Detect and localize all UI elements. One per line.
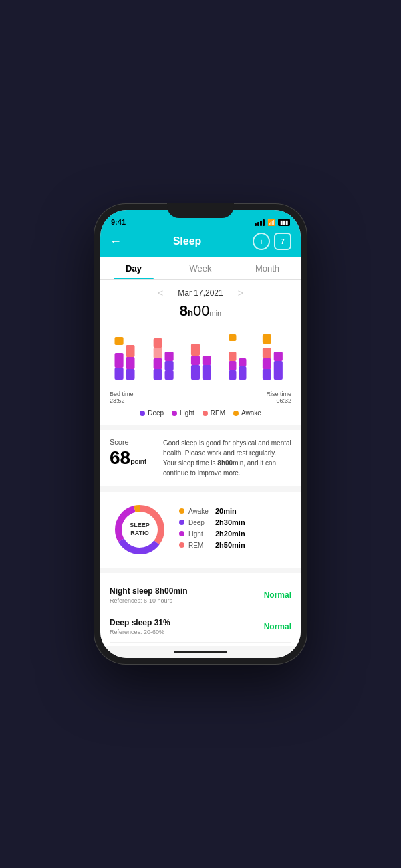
tab-bar: Day Week Month — [100, 257, 301, 280]
header-title: Sleep — [173, 235, 202, 247]
scroll-content[interactable]: Day Week Month < Mar 17,2021 > 8h00min — [100, 257, 301, 646]
legend-light: Light — [172, 409, 194, 417]
rem-label: REM — [211, 409, 225, 417]
rem-ratio-value: 2h50min — [215, 541, 245, 549]
light-ratio-dot — [179, 531, 184, 536]
deep-ratio-value: 2h30min — [215, 518, 245, 526]
rem-dot — [203, 411, 208, 416]
svg-rect-12 — [165, 370, 174, 380]
svg-rect-6 — [154, 338, 162, 348]
ratio-rem: REM 2h50min — [179, 541, 291, 549]
chart-section: < Mar 17,2021 > 8h00min — [100, 280, 301, 425]
rise-time: Rise time 06:32 — [266, 391, 291, 404]
svg-rect-7 — [154, 348, 162, 358]
donut-chart: SLEEP RATIO — [110, 500, 170, 560]
date-nav: < Mar 17,2021 > — [110, 286, 291, 300]
stat-deep-ref: References: 20-60% — [110, 629, 170, 635]
stat-night-sleep: Night sleep 8h00min References: 6-10 hou… — [110, 580, 291, 611]
tab-day[interactable]: Day — [100, 257, 167, 279]
battery-icon: ▮▮▮ — [278, 219, 290, 226]
score-left: Score 68point — [110, 438, 156, 478]
svg-rect-29 — [274, 361, 283, 380]
light-dot — [172, 411, 177, 416]
tab-week[interactable]: Week — [167, 257, 234, 279]
phone-shell: 9:41 📶 ▮▮▮ ← Sleep i 7 — [94, 203, 307, 665]
ratio-section: SLEEP RATIO Awake 20min Deep 2h30min — [100, 492, 301, 568]
svg-rect-26 — [263, 358, 271, 369]
prev-date-button[interactable]: < — [154, 286, 167, 300]
signal-icon — [255, 219, 265, 226]
light-ratio-value: 2h20min — [215, 530, 245, 538]
svg-rect-9 — [154, 369, 162, 380]
home-indicator — [100, 646, 301, 658]
legend-deep: Deep — [140, 409, 164, 417]
tab-month[interactable]: Month — [234, 257, 301, 279]
light-label: Light — [180, 409, 194, 417]
svg-rect-25 — [263, 348, 271, 358]
svg-rect-22 — [239, 358, 246, 366]
stats-section: Night sleep 8h00min References: 6-10 hou… — [100, 573, 301, 646]
hours-value: 8 — [180, 302, 188, 319]
min-label: min — [209, 309, 221, 317]
svg-rect-14 — [191, 356, 200, 365]
ratio-deep: Deep 2h30min — [179, 518, 291, 526]
calendar-button[interactable]: 7 — [274, 233, 291, 250]
deep-dot — [140, 411, 145, 416]
svg-rect-8 — [154, 358, 162, 369]
awake-dot — [233, 411, 239, 416]
ratio-awake: Awake 20min — [179, 507, 291, 515]
svg-rect-27 — [263, 369, 271, 380]
deep-ratio-dot — [179, 520, 184, 525]
status-time: 9:41 — [111, 218, 126, 226]
awake-ratio-value: 20min — [215, 507, 237, 515]
svg-rect-18 — [229, 334, 236, 341]
next-date-button[interactable]: > — [234, 286, 247, 300]
legend-awake: Awake — [233, 409, 261, 417]
svg-rect-2 — [115, 368, 124, 380]
stat-deep-sleep: Deep sleep 31% References: 20-60% Normal — [110, 611, 291, 643]
svg-rect-0 — [115, 337, 124, 345]
awake-ratio-name: Awake — [188, 508, 211, 515]
ratio-light: Light 2h20min — [179, 530, 291, 538]
svg-rect-3 — [126, 345, 134, 357]
score-value: 68 — [110, 447, 130, 468]
h-label: h — [188, 308, 193, 318]
header-icons: i 7 — [253, 233, 291, 250]
stat-night-left: Night sleep 8h00min References: 6-10 hou… — [110, 586, 188, 604]
svg-rect-15 — [191, 365, 200, 380]
svg-rect-28 — [274, 352, 283, 361]
stat-deep-left: Deep sleep 31% References: 20-60% — [110, 618, 170, 635]
svg-rect-13 — [191, 344, 200, 356]
deep-label: Deep — [148, 409, 164, 417]
sleep-chart-svg — [110, 325, 291, 385]
svg-rect-20 — [229, 361, 236, 370]
deep-ratio-name: Deep — [188, 519, 211, 526]
notch — [167, 203, 234, 218]
awake-label: Awake — [241, 409, 261, 417]
awake-ratio-dot — [179, 508, 184, 514]
wifi-icon: 📶 — [267, 219, 275, 226]
stat-night-status: Normal — [264, 590, 291, 600]
back-button[interactable]: ← — [110, 235, 122, 249]
time-display: 8h00min — [110, 302, 291, 320]
svg-rect-24 — [263, 334, 271, 344]
status-icons: 📶 ▮▮▮ — [255, 219, 290, 226]
phone-screen: 9:41 📶 ▮▮▮ ← Sleep i 7 — [100, 210, 301, 658]
svg-rect-1 — [115, 353, 124, 368]
app-header: ← Sleep i 7 — [100, 229, 301, 257]
info-button[interactable]: i — [253, 233, 270, 250]
svg-rect-19 — [229, 352, 236, 361]
minutes-value: 00 — [193, 302, 209, 319]
svg-rect-4 — [126, 357, 134, 369]
bed-rise: Bed time 23:52 Rise time 06:32 — [110, 391, 291, 404]
svg-rect-21 — [229, 370, 236, 380]
date-label: Mar 17,2021 — [178, 288, 223, 298]
stat-night-ref: References: 6-10 hours — [110, 597, 188, 604]
svg-rect-16 — [203, 356, 211, 365]
stat-deep-title: Deep sleep 31% — [110, 618, 170, 627]
svg-rect-10 — [165, 352, 174, 361]
rem-ratio-name: REM — [188, 542, 211, 549]
light-ratio-name: Light — [188, 530, 211, 538]
svg-rect-23 — [239, 366, 246, 380]
stat-deep-status: Normal — [264, 622, 291, 631]
